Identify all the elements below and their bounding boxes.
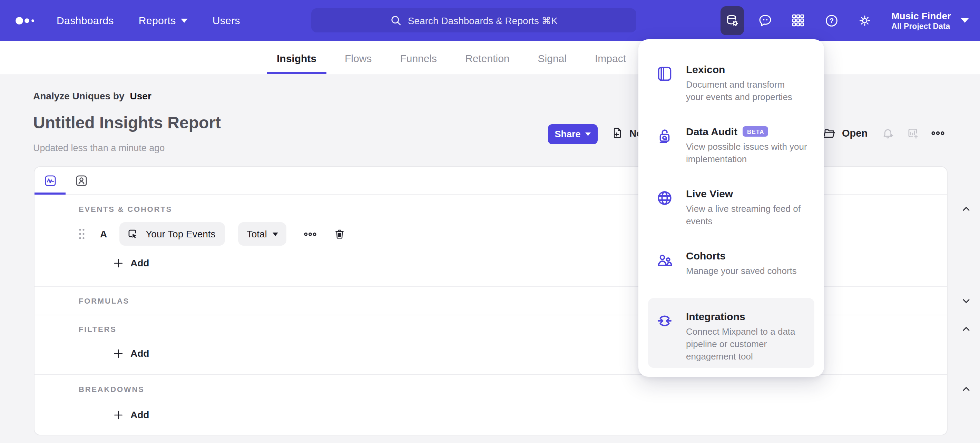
alert-add-button[interactable] bbox=[881, 127, 894, 143]
analyze-prefix: Analyze Uniques by bbox=[33, 91, 124, 102]
help-icon: ? bbox=[824, 13, 839, 28]
tab-insights[interactable]: Insights bbox=[275, 41, 318, 75]
report-actions-row: Share New Report Open bbox=[0, 124, 980, 145]
mixpanel-logo-icon[interactable] bbox=[15, 14, 36, 27]
search-input[interactable]: Search Dashboards & Reports ⌘K bbox=[311, 8, 636, 32]
nav-item-reports[interactable]: Reports bbox=[139, 14, 188, 26]
bell-plus-icon bbox=[881, 127, 894, 140]
expand-formulas-button[interactable] bbox=[961, 295, 972, 306]
data-management-menu: Lexicon Document and transform your even… bbox=[638, 39, 824, 377]
row-more-button[interactable] bbox=[304, 231, 317, 237]
menu-item-live-view[interactable]: Live View View a live streaming feed of … bbox=[648, 188, 815, 228]
project-switcher[interactable]: Music Finder All Project Data bbox=[891, 10, 969, 31]
event-query-row: A Your Top Events Total bbox=[79, 222, 346, 246]
search-icon bbox=[390, 14, 402, 26]
menu-item-text: Live View View a live streaming feed of … bbox=[686, 188, 800, 228]
chevron-down-icon bbox=[585, 132, 591, 136]
menu-item-title: Integrations bbox=[686, 311, 745, 322]
add-breakdown-button[interactable]: Add bbox=[113, 409, 149, 420]
collapse-filters-button[interactable] bbox=[961, 324, 972, 335]
project-name: Music Finder bbox=[891, 10, 951, 22]
nav-right-cluster: ? Music Finder All Project Data bbox=[720, 0, 980, 41]
menu-item-data-audit[interactable]: Data Audit BETA View possible issues wit… bbox=[648, 125, 815, 166]
tab-flows[interactable]: Flows bbox=[344, 41, 373, 75]
tabs-row: Insights Flows Funnels Retention Signal … bbox=[275, 41, 627, 75]
metric-name: Total bbox=[247, 229, 267, 240]
chart-plus-icon bbox=[906, 127, 919, 140]
collapse-breakdowns-button[interactable] bbox=[961, 384, 972, 395]
apps-grid-button[interactable] bbox=[786, 6, 810, 35]
series-letter: A bbox=[100, 229, 107, 240]
add-label: Add bbox=[130, 409, 149, 420]
section-label-events: EVENTS & COHORTS bbox=[79, 205, 172, 213]
primary-nav: Dashboards Reports Users bbox=[57, 14, 240, 26]
search-placeholder: Search Dashboards & Reports ⌘K bbox=[408, 15, 558, 26]
menu-item-desc: View a live streaming feed of events bbox=[686, 203, 800, 228]
section-label-formulas: FORMULAS bbox=[79, 297, 129, 305]
database-gear-icon bbox=[724, 13, 740, 28]
data-audit-icon bbox=[655, 125, 674, 166]
tab-users-view[interactable] bbox=[65, 167, 97, 194]
menu-item-title: Lexicon bbox=[686, 64, 725, 75]
menu-item-lexicon[interactable]: Lexicon Document and transform your even… bbox=[648, 64, 815, 103]
event-selector-button[interactable]: Your Top Events bbox=[119, 222, 225, 246]
add-to-board-button[interactable] bbox=[906, 127, 919, 143]
feedback-button[interactable] bbox=[753, 6, 777, 35]
menu-item-text: Lexicon Document and transform your even… bbox=[686, 64, 792, 103]
settings-button[interactable] bbox=[853, 6, 876, 35]
analyze-uniques-row: Analyze Uniques byUser bbox=[33, 91, 151, 102]
menu-item-desc: View possible issues with your implement… bbox=[686, 141, 807, 166]
nav-item-label: Reports bbox=[139, 14, 176, 26]
chevron-up-icon bbox=[961, 203, 972, 214]
delete-row-button[interactable] bbox=[333, 227, 346, 240]
folder-open-icon bbox=[822, 126, 836, 140]
tab-metrics-view[interactable] bbox=[35, 167, 65, 194]
event-name: Your Top Events bbox=[146, 229, 215, 240]
nav-item-label: Users bbox=[213, 14, 240, 26]
menu-item-desc: Manage your saved cohorts bbox=[686, 265, 797, 277]
plus-icon bbox=[113, 258, 124, 268]
tab-signal[interactable]: Signal bbox=[536, 41, 568, 75]
pulse-chart-icon bbox=[43, 173, 57, 187]
add-event-button[interactable]: Add bbox=[113, 257, 149, 268]
section-label-filters: FILTERS bbox=[79, 325, 117, 333]
drag-handle-icon[interactable] bbox=[79, 229, 85, 240]
beta-badge: BETA bbox=[743, 126, 768, 137]
report-tabs-bar: Insights Flows Funnels Retention Signal … bbox=[0, 41, 980, 75]
share-button[interactable]: Share bbox=[548, 124, 598, 144]
menu-item-desc: Document and transform your events and p… bbox=[686, 79, 792, 103]
open-label: Open bbox=[842, 128, 867, 139]
plus-icon bbox=[113, 348, 124, 359]
tab-funnels[interactable]: Funnels bbox=[399, 41, 438, 75]
data-management-button[interactable] bbox=[720, 6, 744, 35]
tab-retention[interactable]: Retention bbox=[464, 41, 511, 75]
tab-impact[interactable]: Impact bbox=[593, 41, 627, 75]
app-window: Dashboards Reports Users Search Dashboar… bbox=[0, 0, 980, 443]
chat-bubble-icon bbox=[757, 13, 773, 28]
metric-selector-button[interactable]: Total bbox=[239, 222, 286, 246]
chevron-down-icon bbox=[273, 232, 278, 236]
open-report-button[interactable]: Open bbox=[822, 126, 867, 140]
section-label-breakdowns: BREAKDOWNS bbox=[79, 385, 145, 393]
add-filter-button[interactable]: Add bbox=[113, 348, 149, 359]
share-label: Share bbox=[555, 129, 581, 140]
menu-item-cohorts[interactable]: Cohorts Manage your saved cohorts bbox=[648, 250, 815, 277]
menu-item-title: Live View bbox=[686, 188, 733, 199]
ellipsis-icon bbox=[304, 231, 317, 237]
chevron-up-icon bbox=[961, 384, 972, 395]
collapse-events-button[interactable] bbox=[961, 203, 972, 214]
help-button[interactable]: ? bbox=[819, 6, 843, 35]
chevron-down-icon bbox=[961, 18, 969, 23]
chevron-down-icon bbox=[961, 295, 972, 306]
analyze-value-user[interactable]: User bbox=[130, 91, 151, 102]
more-actions-button[interactable] bbox=[931, 127, 945, 140]
menu-item-text: Integrations Connect Mixpanel to a data … bbox=[686, 311, 795, 368]
top-nav: Dashboards Reports Users Search Dashboar… bbox=[0, 0, 980, 41]
grid-icon bbox=[791, 13, 805, 28]
nav-item-dashboards[interactable]: Dashboards bbox=[57, 14, 114, 26]
gear-icon bbox=[857, 13, 872, 28]
menu-item-integrations[interactable]: Integrations Connect Mixpanel to a data … bbox=[648, 298, 815, 368]
ellipsis-icon bbox=[931, 130, 945, 137]
menu-item-text: Data Audit BETA View possible issues wit… bbox=[686, 125, 807, 166]
nav-item-users[interactable]: Users bbox=[213, 14, 240, 26]
